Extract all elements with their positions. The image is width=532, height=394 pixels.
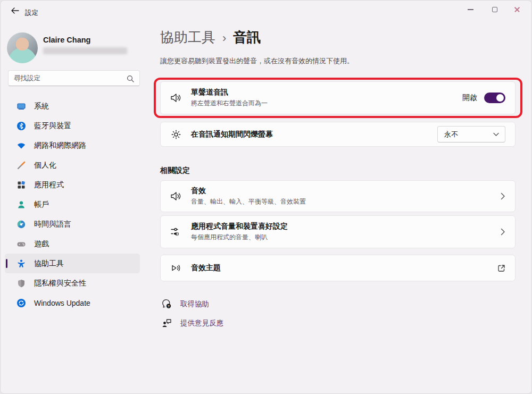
page-title: 音訊 — [233, 28, 261, 47]
sidebar-item-label: 系統 — [34, 102, 49, 111]
sidebar-item-accessibility[interactable]: 協助工具 — [5, 254, 140, 273]
sound-desc: 音量、輸出、輸入、平衡等級、音效裝置 — [191, 197, 306, 206]
toggle-knob — [496, 94, 504, 102]
search-icon — [127, 75, 134, 82]
volume-mixer-icon — [170, 227, 182, 237]
apps-icon — [16, 180, 26, 190]
mono-audio-desc: 將左聲道和右聲道合而為一 — [191, 99, 268, 108]
sidebar-item-label: Windows Update — [34, 299, 90, 307]
sidebar-item-network[interactable]: 網路和網際網路 — [5, 136, 140, 155]
personalization-icon — [16, 161, 26, 170]
minimize-icon — [468, 9, 473, 10]
sidebar-item-windows-update[interactable]: Windows Update — [5, 293, 140, 313]
close-icon — [514, 6, 520, 13]
toggle-state-label: 開啟 — [462, 93, 477, 103]
speaker-icon — [170, 191, 182, 202]
time-language-icon — [16, 220, 26, 229]
sound-title: 音效 — [191, 186, 306, 196]
sidebar-nav: 系統 藍牙與裝置 網路和網際網路 個人化 應用程式 帳戶 時間與語言 — [5, 96, 140, 313]
sidebar-item-label: 協助工具 — [34, 259, 64, 269]
network-icon — [16, 141, 26, 150]
sidebar-item-label: 帳戶 — [34, 200, 49, 209]
chevron-down-icon — [493, 132, 499, 137]
settings-window: 設定 Claire Chang 系統 藍牙與裝置 網路和網際網路 個人化 — [0, 0, 532, 394]
sidebar-item-privacy[interactable]: 隱私權與安全性 — [5, 273, 140, 293]
profile-name: Claire Chang — [43, 36, 90, 44]
sidebar-item-label: 應用程式 — [34, 180, 64, 190]
maximize-button[interactable] — [483, 1, 507, 19]
card-sound-theme[interactable]: 音效主題 — [160, 255, 516, 281]
sidebar-item-gaming[interactable]: 遊戲 — [5, 234, 140, 254]
feedback-link[interactable]: 提供意見反應 — [162, 318, 223, 328]
sidebar-item-label: 遊戲 — [34, 239, 49, 249]
back-arrow-icon — [11, 7, 19, 14]
get-help-label: 取得協助 — [180, 299, 209, 309]
accessibility-icon — [16, 259, 26, 269]
app-volume-desc: 每個應用程式的音量、喇叭 — [191, 233, 288, 242]
breadcrumb-separator: › — [222, 30, 226, 45]
app-volume-title: 應用程式音量和裝置喜好設定 — [191, 222, 288, 231]
svg-text:?: ? — [168, 304, 170, 308]
page-subtitle: 讓您更容易聽到裝置發出的聲音，或在沒有音效的情況下使用。 — [160, 56, 354, 66]
avatar[interactable] — [7, 32, 38, 63]
sidebar-item-time-language[interactable]: 時間與語言 — [5, 214, 140, 234]
dropdown-selected-value: 永不 — [444, 130, 458, 139]
card-flash-screen: 在音訊通知期間閃爍螢幕 永不 — [160, 122, 516, 147]
sidebar-item-apps[interactable]: 應用程式 — [5, 175, 140, 195]
sidebar-item-label: 隱私權與安全性 — [34, 279, 86, 288]
sidebar-item-bluetooth[interactable]: 藍牙與裝置 — [5, 116, 140, 136]
system-icon — [16, 102, 26, 111]
sidebar-item-label: 時間與語言 — [34, 220, 71, 229]
related-settings-label: 相關設定 — [160, 166, 190, 175]
mono-audio-title: 單聲道音訊 — [191, 88, 268, 97]
card-app-volume[interactable]: 應用程式音量和裝置喜好設定 每個應用程式的音量、喇叭 — [160, 215, 516, 248]
accounts-icon — [16, 200, 26, 209]
flash-screen-title: 在音訊通知期間閃爍螢幕 — [191, 130, 273, 139]
sidebar-item-label: 網路和網際網路 — [34, 141, 86, 150]
sidebar-item-label: 藍牙與裝置 — [34, 121, 71, 131]
get-help-link[interactable]: ? 取得協助 — [162, 299, 209, 309]
sound-theme-icon — [170, 263, 182, 273]
gaming-icon — [16, 239, 26, 249]
external-link-icon — [497, 264, 505, 272]
chevron-right-icon — [501, 228, 505, 236]
sidebar-item-accounts[interactable]: 帳戶 — [5, 195, 140, 214]
get-help-icon: ? — [162, 299, 172, 309]
selected-indicator — [6, 259, 7, 268]
maximize-icon — [492, 7, 497, 12]
feedback-label: 提供意見反應 — [180, 318, 223, 328]
flash-screen-icon — [170, 129, 182, 140]
windows-update-icon — [16, 298, 26, 308]
chevron-right-icon — [501, 192, 505, 200]
card-mono-audio: 單聲道音訊 將左聲道和右聲道合而為一 開啟 — [160, 81, 516, 114]
window-title: 設定 — [25, 9, 38, 18]
close-button[interactable] — [505, 1, 529, 19]
profile-email-redacted — [43, 47, 127, 54]
card-sound[interactable]: 音效 音量、輸出、輸入、平衡等級、音效裝置 — [160, 180, 516, 212]
minimize-button[interactable] — [458, 1, 483, 19]
speaker-icon — [170, 93, 182, 103]
bluetooth-icon — [16, 121, 26, 131]
sound-theme-title: 音效主題 — [191, 263, 221, 273]
search-box — [8, 70, 140, 86]
privacy-icon — [16, 279, 26, 288]
breadcrumb-parent[interactable]: 協助工具 — [160, 28, 215, 47]
breadcrumb: 協助工具 › 音訊 — [160, 28, 261, 47]
sidebar-item-system[interactable]: 系統 — [5, 96, 140, 116]
search-input[interactable] — [14, 71, 120, 86]
titlebar: 設定 — [1, 1, 531, 20]
feedback-icon — [162, 318, 172, 328]
mono-audio-toggle[interactable] — [484, 93, 505, 103]
sidebar-item-personalization[interactable]: 個人化 — [5, 155, 140, 175]
sidebar-item-label: 個人化 — [34, 161, 56, 170]
back-button[interactable] — [7, 4, 23, 17]
flash-screen-dropdown[interactable]: 永不 — [437, 126, 505, 142]
